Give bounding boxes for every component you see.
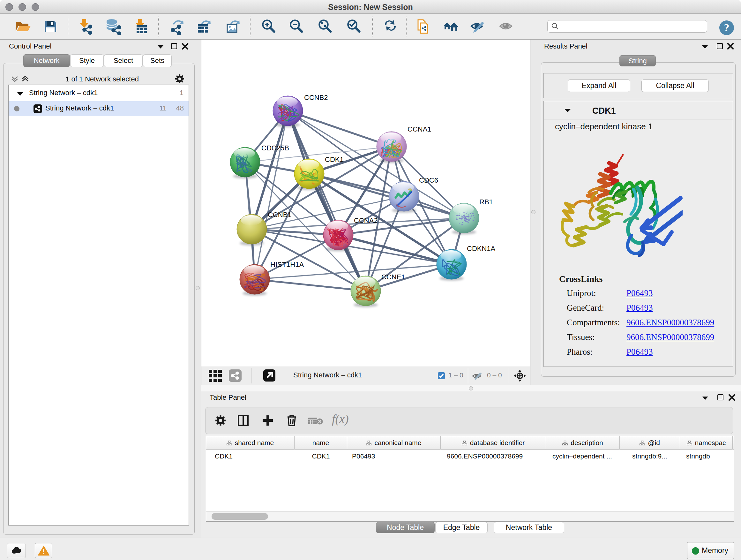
svg-text:CCNA2: CCNA2 — [354, 216, 378, 225]
svg-text:HIST1H1A: HIST1H1A — [270, 260, 304, 268]
svg-text:CDC6: CDC6 — [419, 176, 438, 184]
svg-text:CCNB2: CCNB2 — [304, 94, 328, 102]
svg-text:CCNA1: CCNA1 — [408, 125, 431, 133]
svg-text:CDKN1A: CDKN1A — [467, 245, 495, 253]
svg-text:RB1: RB1 — [479, 198, 493, 206]
svg-text:CCNB1: CCNB1 — [268, 211, 292, 219]
svg-text:CDK1: CDK1 — [325, 155, 344, 164]
svg-text:CDC25B: CDC25B — [261, 144, 289, 152]
svg-text:CCNE1: CCNE1 — [381, 273, 405, 281]
